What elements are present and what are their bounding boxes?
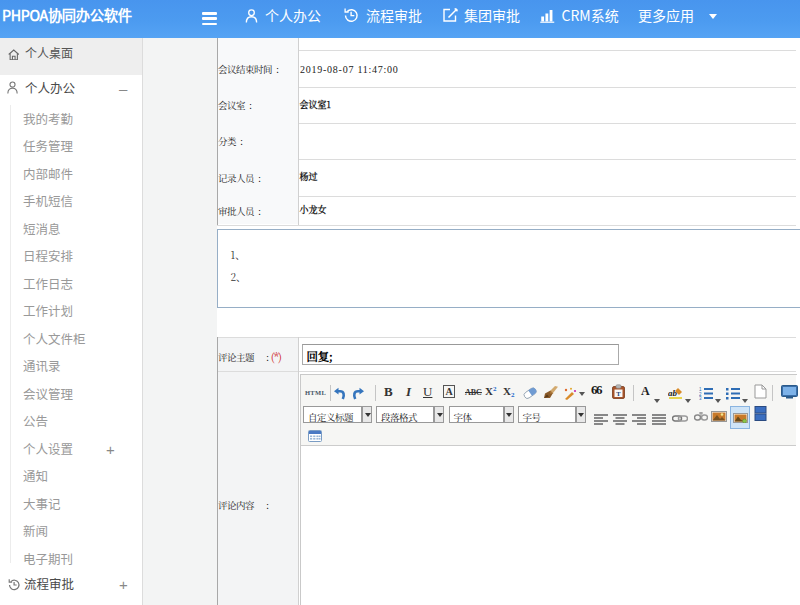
svg-text:ab: ab	[668, 388, 678, 398]
svg-text:3: 3	[699, 396, 702, 400]
svg-text:T: T	[616, 390, 621, 397]
